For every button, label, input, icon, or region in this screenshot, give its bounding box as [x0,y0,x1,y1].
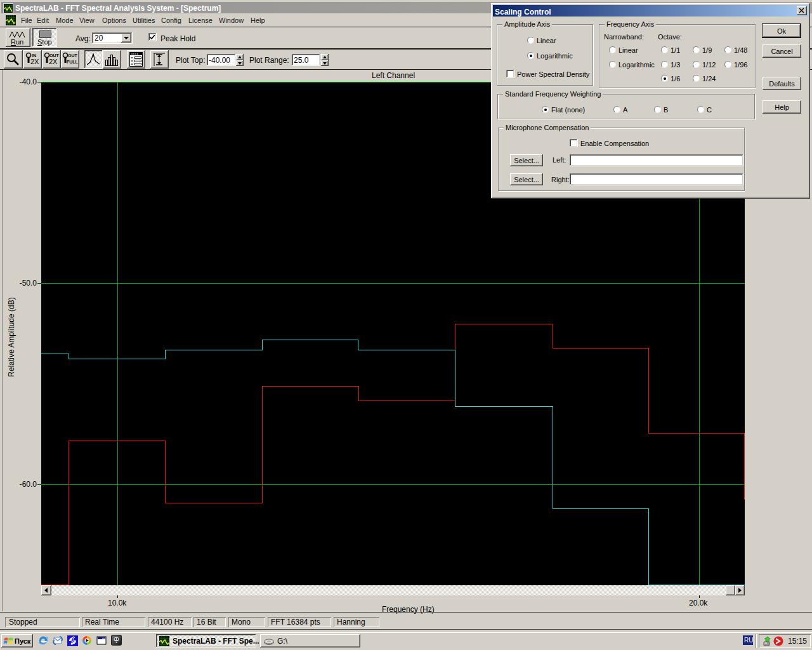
svg-text:OUT: OUT [49,53,60,58]
svg-text:2X: 2X [49,58,58,65]
svg-text:2X: 2X [30,58,39,65]
svg-text:FULL: FULL [67,60,78,64]
svg-text:OUT: OUT [68,53,78,58]
svg-text:IN: IN [32,53,36,58]
